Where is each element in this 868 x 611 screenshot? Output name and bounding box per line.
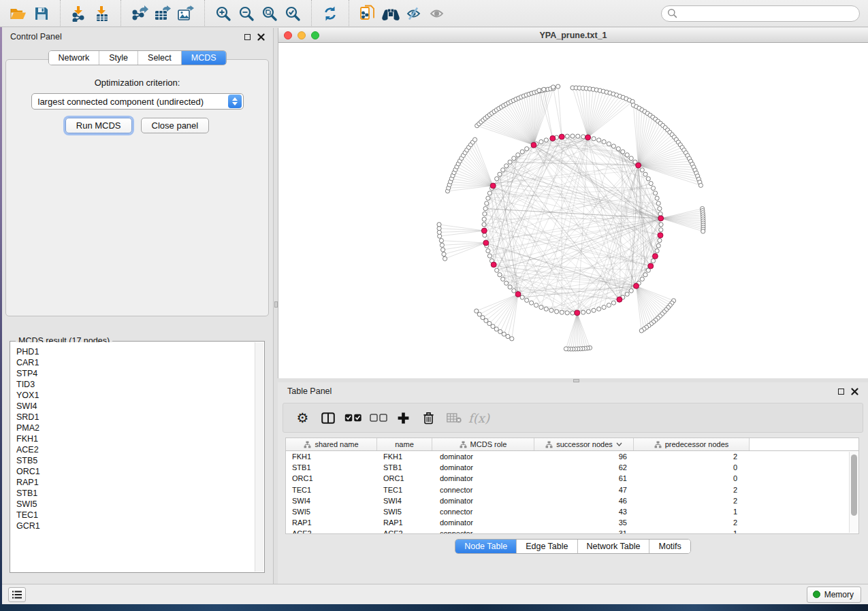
delete-button[interactable] bbox=[416, 406, 441, 430]
close-window-button[interactable] bbox=[284, 31, 292, 39]
result-list-item[interactable]: PMA2 bbox=[16, 423, 255, 433]
export-image-button[interactable] bbox=[174, 3, 197, 24]
result-list-item[interactable]: SWI4 bbox=[16, 401, 255, 412]
zoom-out-button[interactable] bbox=[235, 3, 258, 24]
table-panel: Table Panel ⚙ bbox=[278, 382, 868, 584]
table-row[interactable]: SWI4SWI4dominator462 bbox=[286, 495, 858, 506]
close-panel-icon[interactable] bbox=[257, 33, 265, 41]
zoom-in-button[interactable] bbox=[212, 3, 235, 24]
table-row[interactable]: STB1STB1dominator620 bbox=[286, 462, 858, 473]
result-list-item[interactable]: RAP1 bbox=[16, 477, 255, 488]
column-header-predecessor-nodes[interactable]: predecessor nodes bbox=[634, 438, 750, 450]
result-list-item[interactable]: TEC1 bbox=[16, 510, 255, 521]
zoom-out-icon bbox=[238, 5, 255, 22]
table-row[interactable]: TEC1TEC1connector472 bbox=[286, 484, 858, 495]
delete-table-button[interactable] bbox=[441, 406, 466, 430]
column-header-shared-name[interactable]: shared name bbox=[286, 438, 377, 450]
tab-network-table[interactable]: Network Table bbox=[578, 540, 650, 553]
network-window: YPA_prune.txt_1 bbox=[278, 28, 868, 378]
table-row[interactable]: FKH1FKH1dominator962 bbox=[286, 451, 858, 462]
tab-motifs[interactable]: Motifs bbox=[649, 540, 690, 553]
add-button[interactable] bbox=[391, 406, 416, 430]
search-box[interactable] bbox=[661, 5, 860, 22]
tab-select[interactable]: Select bbox=[138, 51, 182, 65]
result-list-item[interactable]: STB5 bbox=[16, 455, 255, 466]
table-row[interactable]: ORC1ORC1dominator610 bbox=[286, 473, 858, 484]
column-header-MCDS-role[interactable]: MCDS role bbox=[432, 438, 534, 450]
hide-selected-button[interactable] bbox=[402, 3, 425, 24]
close-panel-button[interactable]: Close panel bbox=[141, 118, 210, 133]
result-list-item[interactable]: TID3 bbox=[16, 379, 255, 390]
table-cell: 46 bbox=[534, 495, 634, 506]
table-cell: 43 bbox=[534, 506, 634, 517]
table-toolbar: ⚙ bbox=[283, 403, 863, 433]
import-table-icon bbox=[94, 5, 110, 22]
result-list-item[interactable]: YOX1 bbox=[16, 390, 255, 401]
result-list-item[interactable]: FKH1 bbox=[16, 433, 255, 444]
search-input[interactable] bbox=[677, 7, 859, 20]
import-network-button[interactable] bbox=[67, 3, 91, 24]
vertical-splitter-handle[interactable] bbox=[274, 301, 278, 308]
tab-mcds[interactable]: MCDS bbox=[182, 51, 226, 65]
table-cell: RAP1 bbox=[377, 517, 432, 528]
criterion-select[interactable]: largest connected component (undirected) bbox=[31, 93, 244, 110]
tab-style[interactable]: Style bbox=[99, 51, 138, 65]
result-scrollbar[interactable] bbox=[255, 342, 263, 572]
result-list-item[interactable]: PHD1 bbox=[16, 346, 255, 357]
run-mcds-button[interactable]: Run MCDS bbox=[65, 118, 132, 133]
float-table-panel-icon[interactable] bbox=[838, 389, 844, 395]
tab-edge-table[interactable]: Edge Table bbox=[517, 540, 577, 553]
result-list-item[interactable]: SWI5 bbox=[16, 499, 255, 510]
zoom-selected-button[interactable] bbox=[281, 3, 304, 24]
result-list-item[interactable]: CAR1 bbox=[16, 357, 255, 368]
float-panel-icon[interactable] bbox=[244, 34, 251, 40]
table-cell: TEC1 bbox=[377, 484, 432, 495]
network-view[interactable] bbox=[278, 43, 868, 378]
search-network-button[interactable] bbox=[379, 3, 402, 24]
status-menu-button[interactable] bbox=[8, 587, 26, 602]
save-session-icon bbox=[34, 6, 49, 21]
layout-group bbox=[311, 0, 349, 27]
export-network-button[interactable] bbox=[128, 3, 151, 24]
column-header-name[interactable]: name bbox=[377, 438, 432, 450]
tab-node-table[interactable]: Node Table bbox=[455, 540, 517, 553]
close-table-panel-icon[interactable] bbox=[851, 388, 858, 395]
tab-network[interactable]: Network bbox=[48, 51, 99, 65]
deselect-all-button[interactable] bbox=[366, 406, 391, 430]
memory-button[interactable]: Memory bbox=[807, 587, 861, 603]
result-list-item[interactable]: ACE2 bbox=[16, 444, 255, 455]
select-all-button[interactable] bbox=[340, 406, 366, 430]
table-row[interactable]: SWI5SWI5connector431 bbox=[286, 506, 858, 517]
apply-layout-button[interactable] bbox=[319, 3, 342, 24]
table-row[interactable]: RAP1RAP1dominator352 bbox=[286, 517, 858, 528]
open-file-button[interactable] bbox=[7, 3, 30, 24]
zoom-fit-button[interactable] bbox=[258, 3, 281, 24]
maximize-window-button[interactable] bbox=[311, 31, 319, 39]
table-row[interactable]: ACE2ACE2connector311 bbox=[286, 528, 858, 534]
share-network-button[interactable] bbox=[356, 3, 379, 24]
network-graph[interactable] bbox=[278, 43, 868, 378]
table-scrollbar-thumb[interactable] bbox=[851, 455, 857, 516]
result-list-item[interactable]: SRD1 bbox=[16, 412, 255, 423]
result-list-item[interactable]: STB1 bbox=[16, 488, 255, 499]
show-all-button[interactable] bbox=[425, 3, 449, 24]
table-cell: STB1 bbox=[286, 462, 377, 473]
result-list-item[interactable]: GCR1 bbox=[16, 521, 255, 531]
result-list-item[interactable]: ORC1 bbox=[16, 466, 255, 477]
save-session-button[interactable] bbox=[30, 3, 53, 24]
result-list-item[interactable]: STP4 bbox=[16, 368, 255, 379]
column-header-successor-nodes[interactable]: successor nodes bbox=[534, 438, 634, 450]
function-builder-button[interactable]: f(x) bbox=[466, 406, 492, 430]
table-scrollbar[interactable] bbox=[849, 452, 858, 533]
search-icon bbox=[667, 8, 677, 18]
show-columns-button[interactable] bbox=[315, 406, 340, 430]
export-table-button[interactable] bbox=[151, 3, 174, 24]
table-tabs-row: Node TableEdge TableNetwork TableMotifs bbox=[278, 539, 868, 554]
table-settings-button[interactable]: ⚙ bbox=[290, 406, 315, 430]
mcds-tab-panel: NetworkStyleSelectMCDS Optimization crit… bbox=[5, 59, 269, 316]
horizontal-splitter-handle[interactable] bbox=[573, 379, 579, 382]
eye-slash-icon bbox=[406, 7, 422, 20]
desktop-wallpaper-left bbox=[0, 27, 2, 604]
import-table-button[interactable] bbox=[91, 3, 114, 24]
minimize-window-button[interactable] bbox=[298, 31, 306, 39]
